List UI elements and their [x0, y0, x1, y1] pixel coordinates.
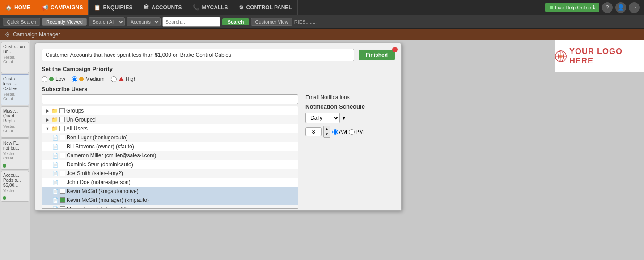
schedule-select[interactable]: Daily Weekly Monthly: [305, 113, 340, 123]
schedule-dropdown-icon: ▼: [342, 116, 346, 121]
sidebar-item-3-sub: Yester...Creat...: [3, 151, 27, 160]
description-row: Finished: [35, 43, 401, 65]
nav-control-panel-label: CONTROL PANEL: [246, 4, 292, 11]
sidebar-item-4[interactable]: Accou... Pads a... $5,00... Yester...: [1, 171, 29, 202]
live-help-button[interactable]: Live Help Online ℹ: [545, 3, 599, 12]
priority-medium[interactable]: Medium: [72, 76, 105, 82]
tree-user-kevinm[interactable]: 📄 Kevin McGirl (kmgautomotive): [42, 187, 298, 196]
finished-button[interactable]: Finished: [359, 50, 395, 60]
time-spinner[interactable]: ▲ ▼: [323, 126, 330, 138]
pm-label: PM: [356, 129, 364, 135]
search-go-button[interactable]: Search: [222, 18, 250, 25]
time-hour-input[interactable]: [305, 127, 322, 136]
search-input[interactable]: [162, 17, 220, 27]
customer-view-button[interactable]: Customer View: [251, 18, 292, 26]
nav-campaigns[interactable]: 📢 CAMPAIGNS: [36, 0, 89, 15]
accounts-icon: 🏛: [144, 4, 149, 11]
user-tree[interactable]: ▶ 📁 Groups ▶ 📁 Un-G: [42, 106, 298, 209]
time-row: ▲ ▼ AM PM: [305, 126, 395, 138]
dominic-checkbox[interactable]: [60, 162, 65, 167]
user-button[interactable]: 👤: [615, 2, 626, 13]
nav-home-label: HOME: [14, 4, 30, 11]
help-button[interactable]: ?: [602, 2, 613, 13]
priority-low-label: Low: [55, 76, 65, 82]
johnd-checkbox[interactable]: [60, 180, 65, 185]
user-icon-ben: 📄: [52, 135, 59, 141]
logout-button[interactable]: →: [629, 2, 640, 13]
close-button[interactable]: [392, 47, 398, 52]
tree-user-cameron[interactable]: 📄 Cameron Miller (cmiller@sales-i.com): [42, 151, 298, 160]
time-down-button[interactable]: ▼: [324, 132, 330, 137]
am-option[interactable]: AM: [332, 129, 347, 135]
nav-accounts[interactable]: 🏛 ACCOUNTS: [138, 0, 187, 15]
subscribe-header: Subscribe Users: [42, 86, 395, 92]
sidebar-item-2[interactable]: Misse... Quart... Repla... Yester...Crea…: [1, 106, 29, 138]
pm-option[interactable]: PM: [349, 129, 364, 135]
home-icon: 🏠: [5, 4, 12, 11]
search-all-select[interactable]: Search All: [89, 17, 125, 26]
tree-user-joe[interactable]: 📄 Joe Smith (sales-i-my2): [42, 169, 298, 178]
user-icon-cameron: 📄: [52, 153, 59, 159]
kevinmgr-checkbox[interactable]: [60, 197, 65, 203]
tree-allusers[interactable]: ▼ 📁 All Users: [42, 124, 298, 133]
allusers-label: All Users: [66, 126, 88, 132]
tree-user-kevinmgr[interactable]: 📄 Kevin McGirl (manager) (kmgauto): [42, 196, 298, 205]
priority-low-radio[interactable]: [42, 76, 47, 82]
nav-enquiries[interactable]: 📋 ENQUIRIES: [89, 0, 138, 15]
content-area: Finished Set the Campaign Priority Low: [30, 40, 644, 260]
time-up-button[interactable]: ▲: [324, 126, 330, 132]
priority-medium-radio[interactable]: [72, 76, 77, 82]
nav-control-panel[interactable]: ⚙ CONTROL PANEL: [233, 0, 297, 15]
campaign-description-input[interactable]: [42, 49, 354, 61]
ben-label: Ben Luger (benlugerauto): [67, 134, 128, 141]
subscribe-title: Subscribe Users: [42, 86, 88, 92]
tree-ungrouped[interactable]: ▶ 📁 Un-Grouped: [42, 115, 298, 124]
user-icon-dominic: 📄: [52, 162, 59, 168]
tree-user-ben[interactable]: 📄 Ben Luger (benlugerauto): [42, 133, 298, 142]
quick-search-button[interactable]: Quick Search: [3, 18, 40, 26]
groups-checkbox[interactable]: [59, 108, 65, 113]
tree-user-johnd[interactable]: 📄 John Doe (notarealperson): [42, 178, 298, 187]
nav-spacer: [298, 0, 541, 15]
tree-groups[interactable]: ▶ 📁 Groups: [42, 106, 298, 115]
priority-high-radio[interactable]: [111, 76, 117, 82]
user-icon-kevinmgr: 📄: [52, 197, 59, 203]
priority-high[interactable]: High: [111, 76, 137, 82]
priority-high-label: High: [126, 76, 137, 82]
cameron-checkbox[interactable]: [60, 153, 65, 158]
recently-viewed-button[interactable]: Recently Viewed: [42, 18, 87, 26]
sub-header: ⚙ Campaign Manager: [0, 29, 644, 40]
tree-user-dominic[interactable]: 📄 Dominic Starr (dominicauto): [42, 160, 298, 169]
accounts-select[interactable]: Accounts: [127, 17, 161, 26]
sidebar-item-0[interactable]: Custo... on Br... Yester...Creat...: [1, 42, 29, 73]
medium-dot: [79, 77, 84, 81]
allusers-checkbox[interactable]: [59, 126, 65, 131]
nav-home[interactable]: 🏠 HOME: [0, 0, 36, 15]
tree-user-bill[interactable]: 📄 Bill Stevens (owner) (sfauto): [42, 142, 298, 151]
tree-user-marco[interactable]: 📄 Marco Tegazi (mtegazi02): [42, 205, 298, 209]
kevinm-checkbox[interactable]: [60, 189, 65, 194]
am-label: AM: [339, 129, 347, 135]
sidebar-item-0-sub: Yester...Creat...: [3, 55, 27, 64]
ungrouped-toggle[interactable]: ▶: [45, 117, 50, 122]
logo-text: YOUR LOGO HERE: [569, 47, 644, 66]
groups-toggle[interactable]: ▶: [45, 108, 50, 113]
user-icon-bill: 📄: [52, 144, 59, 150]
am-radio[interactable]: [332, 129, 338, 135]
nav-mycalls[interactable]: 📞 MYCALLS: [187, 0, 233, 15]
campaigns-icon: 📢: [42, 4, 48, 11]
sidebar-item-1[interactable]: Custo... less t... Cables Yester...Creat…: [1, 74, 29, 105]
ungrouped-label: Un-Grouped: [66, 117, 96, 123]
allusers-toggle[interactable]: ▼: [45, 126, 50, 131]
joe-checkbox[interactable]: [60, 171, 65, 176]
email-notifications-label: Email Notifications: [305, 94, 395, 101]
sidebar-item-3[interactable]: New P... not bu... Yester...Creat...: [1, 138, 29, 170]
pm-radio[interactable]: [349, 129, 355, 135]
subscribe-search-input[interactable]: [42, 94, 298, 104]
ungrouped-folder-icon: 📁: [51, 117, 58, 123]
priority-low[interactable]: Low: [42, 76, 65, 82]
bill-checkbox[interactable]: [60, 144, 65, 149]
marco-checkbox[interactable]: [60, 206, 65, 209]
ben-checkbox[interactable]: [60, 135, 65, 140]
ungrouped-checkbox[interactable]: [59, 117, 65, 122]
